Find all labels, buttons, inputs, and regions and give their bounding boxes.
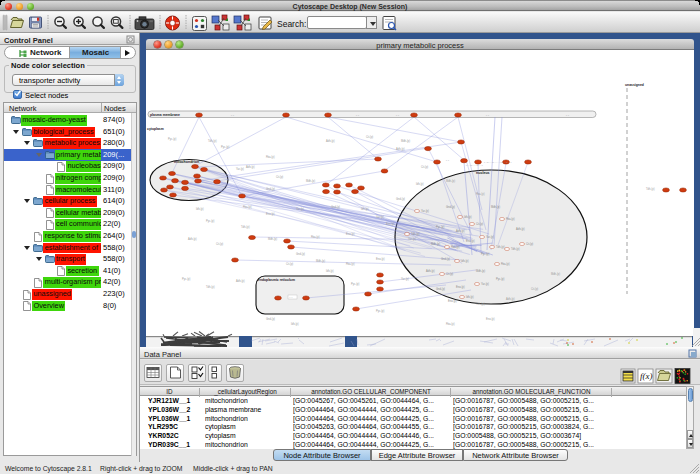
svg-text:Idh-(p): Idh-(p) xyxy=(291,322,299,326)
svg-text:Tdh-(p): Tdh-(p) xyxy=(476,302,485,306)
svg-text:Yar-(p): Yar-(p) xyxy=(401,277,409,281)
svg-text:Cit-(p): Cit-(p) xyxy=(216,242,223,246)
svg-text:Mdh-(p): Mdh-(p) xyxy=(551,272,560,276)
svg-text:Fba-(p): Fba-(p) xyxy=(446,322,455,326)
svg-text:Tdh-(p): Tdh-(p) xyxy=(208,139,217,143)
svg-text:Cit-(p): Cit-(p) xyxy=(531,287,538,291)
svg-text:Gnd-(p): Gnd-(p) xyxy=(266,187,275,191)
svg-text:f(x): f(x) xyxy=(640,371,653,381)
svg-text:Yar-(p): Yar-(p) xyxy=(376,215,384,219)
svg-text:plasma membrane: plasma membrane xyxy=(150,113,180,117)
svg-text:Adh-(p): Adh-(p) xyxy=(326,139,335,143)
svg-text:Pyc-(p): Pyc-(p) xyxy=(351,282,359,286)
svg-text:Eno-(p): Eno-(p) xyxy=(266,212,275,216)
svg-text:Fba-(p): Fba-(p) xyxy=(501,262,510,266)
svg-text:Adh-(p): Adh-(p) xyxy=(426,269,435,273)
svg-text:Mdh-(p): Mdh-(p) xyxy=(491,205,500,209)
svg-text:Pyc-(p): Pyc-(p) xyxy=(376,309,384,313)
svg-text:endoplasmic reticulum: endoplasmic reticulum xyxy=(258,278,295,282)
svg-text:[--]: [--] xyxy=(446,159,449,162)
svg-text:Pyc-(p): Pyc-(p) xyxy=(206,219,214,223)
svg-text:Adh-(p): Adh-(p) xyxy=(246,165,255,169)
svg-text:Yar-(p): Yar-(p) xyxy=(481,282,489,286)
svg-text:Fba-(p): Fba-(p) xyxy=(243,205,252,209)
svg-text:Mdh-(p): Mdh-(p) xyxy=(476,269,485,273)
svg-text:Cit-(p): Cit-(p) xyxy=(366,135,373,139)
svg-text:Fba-(p): Fba-(p) xyxy=(476,192,485,196)
svg-text:Idh-(p): Idh-(p) xyxy=(326,269,334,273)
svg-text:Tdh-(p): Tdh-(p) xyxy=(411,232,420,236)
svg-text:Gnd-(p): Gnd-(p) xyxy=(296,252,305,256)
svg-text:unassigned: unassigned xyxy=(625,83,644,87)
svg-text:Idh-(p): Idh-(p) xyxy=(464,215,472,219)
svg-text:Idh-(p): Idh-(p) xyxy=(461,259,469,263)
svg-text:Idh-(p): Idh-(p) xyxy=(466,295,474,299)
svg-text:[--]: [--] xyxy=(356,114,359,117)
svg-text:Adh-(p): Adh-(p) xyxy=(506,297,515,301)
svg-text:Mdh-(p): Mdh-(p) xyxy=(316,259,325,263)
svg-text:Fba-(p): Fba-(p) xyxy=(266,155,275,159)
svg-text:Gnd-(p): Gnd-(p) xyxy=(446,205,455,209)
svg-text:[---][-----][---------][-----]: [---][-----][---------][-----][----] xyxy=(484,161,512,164)
svg-text:cytoplasm: cytoplasm xyxy=(147,127,164,131)
svg-text:Idh-(p): Idh-(p) xyxy=(416,182,424,186)
svg-text:Pyc-(p): Pyc-(p) xyxy=(168,137,176,141)
svg-text:Gnd-(p): Gnd-(p) xyxy=(436,287,445,291)
svg-text:Eno-(p): Eno-(p) xyxy=(486,317,495,321)
svg-text:[--]: [--] xyxy=(290,296,293,298)
svg-text:Idh-(p): Idh-(p) xyxy=(361,207,369,211)
svg-text:Tdh-(p): Tdh-(p) xyxy=(241,225,250,229)
svg-text:Eno-(p): Eno-(p) xyxy=(376,257,385,261)
svg-text:Cit-(p): Cit-(p) xyxy=(476,222,483,226)
svg-text:Tdh-(p): Tdh-(p) xyxy=(511,247,520,251)
svg-text:[--]: [--] xyxy=(566,114,569,117)
svg-text:[-----][------][-----]: [-----][------][-----] xyxy=(466,164,483,167)
svg-text:Tdh-(p): Tdh-(p) xyxy=(646,187,655,191)
svg-text:Eno-(p): Eno-(p) xyxy=(466,239,475,243)
svg-text:Idh-(p): Idh-(p) xyxy=(196,207,204,211)
svg-text:Adh-(p): Adh-(p) xyxy=(236,279,245,283)
svg-text:Yar-(p): Yar-(p) xyxy=(296,207,304,211)
svg-text:Gnd-(p): Gnd-(p) xyxy=(396,197,405,201)
svg-text:Adh-(p): Adh-(p) xyxy=(456,229,465,233)
svg-text:Adh-(p): Adh-(p) xyxy=(396,147,405,151)
svg-text:Mdh-(p): Mdh-(p) xyxy=(431,242,440,246)
svg-text:Eno-(p): Eno-(p) xyxy=(448,299,457,303)
svg-text:Mdh-(p): Mdh-(p) xyxy=(401,139,410,143)
svg-text:Cit-(p): Cit-(p) xyxy=(276,175,283,179)
svg-text:Tdh-(p): Tdh-(p) xyxy=(496,245,505,249)
svg-text:[--]: [--] xyxy=(396,114,399,117)
svg-text:Yar-(p): Yar-(p) xyxy=(421,209,429,213)
svg-text:Gnd-(p): Gnd-(p) xyxy=(441,257,450,261)
svg-text:Cit-(p): Cit-(p) xyxy=(286,262,293,266)
svg-text:Mdh-(p): Mdh-(p) xyxy=(446,179,455,183)
svg-text:Pyc-(p): Pyc-(p) xyxy=(182,277,190,281)
svg-text:Eno-(p): Eno-(p) xyxy=(346,232,355,236)
svg-text:[--]: [--] xyxy=(231,114,234,117)
svg-text:Pyc-(p): Pyc-(p) xyxy=(221,145,229,149)
svg-text:Yar-(p): Yar-(p) xyxy=(408,237,416,241)
svg-text:Yar-(p): Yar-(p) xyxy=(486,235,494,239)
svg-text:Fba-(p): Fba-(p) xyxy=(506,217,515,221)
svg-text:nucleus: nucleus xyxy=(476,171,490,175)
svg-text:Cit-(p): Cit-(p) xyxy=(421,165,428,169)
svg-text:Mdh-(p): Mdh-(p) xyxy=(268,237,277,241)
svg-text:Fba-(p): Fba-(p) xyxy=(346,262,355,266)
svg-text:Adh-(p): Adh-(p) xyxy=(188,237,197,241)
svg-text:Pyc-(p): Pyc-(p) xyxy=(496,277,504,281)
svg-text:Yar-(p): Yar-(p) xyxy=(236,167,244,171)
svg-text:Cit-(p): Cit-(p) xyxy=(526,242,533,246)
svg-text:Gnd-(p): Gnd-(p) xyxy=(331,205,340,209)
svg-text:Adh-(p): Adh-(p) xyxy=(516,227,525,231)
svg-text:Fba-(p): Fba-(p) xyxy=(311,235,320,239)
svg-text:Pyc-(p): Pyc-(p) xyxy=(436,225,444,229)
svg-text:[--]: [--] xyxy=(486,114,489,117)
svg-text:Eno-(p): Eno-(p) xyxy=(456,285,465,289)
svg-text:mitochondrion: mitochondrion xyxy=(174,160,199,164)
svg-text:Tdh-(p): Tdh-(p) xyxy=(206,285,215,289)
svg-text:Eno-(p): Eno-(p) xyxy=(386,222,395,226)
svg-text:Gnd-(p): Gnd-(p) xyxy=(266,317,275,321)
svg-text:Cit-(p): Cit-(p) xyxy=(446,272,453,276)
svg-text:Pyc-(p): Pyc-(p) xyxy=(481,252,489,256)
svg-text:Fba-(p): Fba-(p) xyxy=(451,245,460,249)
